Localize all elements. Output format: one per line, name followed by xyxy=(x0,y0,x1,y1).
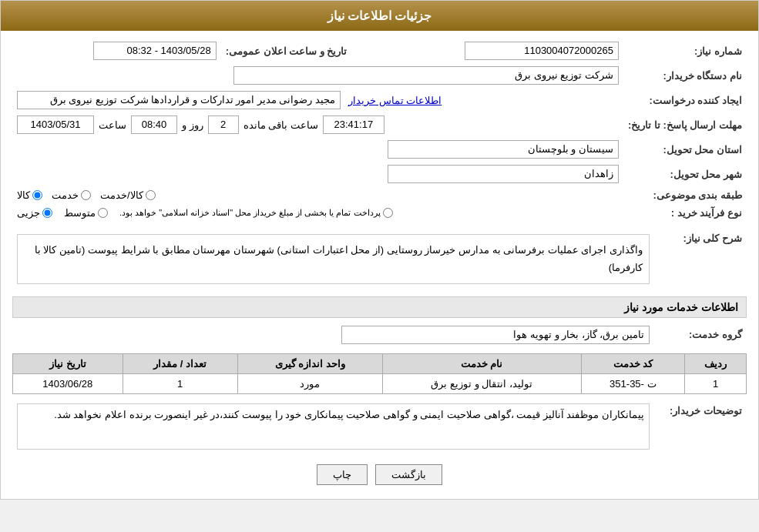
category-kala[interactable]: کالا xyxy=(17,189,42,201)
header-title: جزئیات اطلاعات نیاز xyxy=(327,9,432,22)
province-field[interactable]: سیستان و بلوچستان xyxy=(388,140,619,159)
services-table: ردیف کد خدمت نام خدمت واحد اندازه گیری ت… xyxy=(12,353,747,394)
page-content: شماره نیاز: 1103004072000265 تاریخ و ساع… xyxy=(1,31,758,499)
purchase-jozii[interactable]: جزیی xyxy=(17,207,52,219)
province-row: استان محل تحویل: سیستان و بلوچستان xyxy=(12,137,747,162)
response-deadline-label: مهلت ارسال پاسخ: تا تاریخ: xyxy=(623,112,747,137)
buyer-notes-row: توضیحات خریدار: xyxy=(12,400,747,455)
creator-contact-link[interactable]: اطلاعات تماس خریدار xyxy=(348,95,442,106)
need-number-label: شماره نیاز: xyxy=(623,38,747,63)
service-group-row: گروه خدمت: تامین برق، گاز، بخار و تهویه … xyxy=(12,323,747,347)
buyer-notes-table: توضیحات خریدار: xyxy=(12,400,747,455)
general-desc-row: شرح کلی نیاز: واگذاری اجرای عملیات برفرس… xyxy=(12,228,747,290)
purchase-type-label: نوع فرآیند خرید : xyxy=(623,204,747,222)
announce-datetime-label: تاریخ و ساعت اعلان عمومی: xyxy=(221,38,352,63)
description-table: شرح کلی نیاز: واگذاری اجرای عملیات برفرس… xyxy=(12,228,747,290)
service-group-value: تامین برق، گاز، بخار و تهویه هوا xyxy=(12,323,654,347)
need-number-field[interactable]: 1103004072000265 xyxy=(465,42,619,60)
table-header-row: ردیف کد خدمت نام خدمت واحد اندازه گیری ت… xyxy=(13,353,747,373)
main-info-table: شماره نیاز: 1103004072000265 تاریخ و ساع… xyxy=(12,38,747,222)
category-options: کالا/خدمت خدمت کالا xyxy=(12,186,623,204)
buyer-notes-label: توضیحات خریدار: xyxy=(654,400,747,455)
province-label: استان محل تحویل: xyxy=(623,137,747,162)
city-value: زاهدان xyxy=(12,162,623,186)
page-header: جزئیات اطلاعات نیاز xyxy=(1,1,758,31)
general-desc-label: شرح کلی نیاز: xyxy=(654,228,747,290)
response-days-field[interactable]: 2 xyxy=(208,115,239,134)
buyer-notes-value xyxy=(12,400,654,455)
category-radio-group: کالا/خدمت خدمت کالا xyxy=(17,189,619,201)
purchase-type-options: پرداخت تمام یا بخشی از مبلغ خریداز محل "… xyxy=(12,204,623,222)
response-time-label: ساعت xyxy=(99,119,126,131)
category-kala-khidmat[interactable]: کالا/خدمت xyxy=(100,189,156,201)
response-days-label: روز و xyxy=(182,119,203,131)
radio-kala[interactable] xyxy=(32,190,42,200)
col-quantity: تعداد / مقدار xyxy=(123,353,237,373)
cell-quantity: 1 xyxy=(123,373,237,393)
cell-name: تولید، انتقال و توزیع برق xyxy=(382,373,581,393)
city-label: شهر محل تحویل: xyxy=(623,162,747,186)
col-row-num: ردیف xyxy=(685,353,747,373)
col-need-date: تاریخ نیاز xyxy=(13,353,123,373)
category-label: طبقه بندی موضوعی: xyxy=(623,186,747,204)
table-row: 1ت -35-351تولید، انتقال و توزیع برقمورد1… xyxy=(13,373,747,393)
purchase-type-row: نوع فرآیند خرید : پرداخت تمام یا بخشی از… xyxy=(12,204,747,222)
buyer-org-row: نام دستگاه خریدار: شرکت توزیع نیروی برق xyxy=(12,63,747,88)
remaining-label: ساعت باقی مانده xyxy=(243,119,318,131)
city-field[interactable]: زاهدان xyxy=(388,165,619,183)
radio-jozii[interactable] xyxy=(42,208,52,218)
buyer-notes-field[interactable] xyxy=(17,403,650,450)
radio-kala-khidmat[interactable] xyxy=(146,190,156,200)
print-button[interactable]: چاپ xyxy=(317,464,368,485)
button-row: بازگشت چاپ xyxy=(12,464,747,485)
need-number-row: شماره نیاز: 1103004072000265 تاریخ و ساع… xyxy=(12,38,747,63)
cell-date: 1403/06/28 xyxy=(13,373,123,393)
cell-unit: مورد xyxy=(237,373,382,393)
creator-row: ایجاد کننده درخواست: اطلاعات تماس خریدار… xyxy=(12,88,747,112)
category-row: طبقه بندی موضوعی: کالا/خدمت خدمت xyxy=(12,186,747,204)
creator-label: ایجاد کننده درخواست: xyxy=(623,88,747,112)
announce-datetime-value: 1403/05/28 - 08:32 xyxy=(12,38,221,63)
announce-datetime-field[interactable]: 1403/05/28 - 08:32 xyxy=(93,42,217,60)
response-deadline-row: مهلت ارسال پاسخ: تا تاریخ: 23:41:17 ساعت… xyxy=(12,112,747,137)
col-service-code: کد خدمت xyxy=(581,353,685,373)
radio-motavaset[interactable] xyxy=(98,208,108,218)
city-row: شهر محل تحویل: زاهدان xyxy=(12,162,747,186)
buyer-org-field[interactable]: شرکت توزیع نیروی برق xyxy=(233,66,619,85)
service-group-field[interactable]: تامین برق، گاز، بخار و تهویه هوا xyxy=(341,326,650,344)
page-container: جزئیات اطلاعات نیاز شماره نیاز: 11030040… xyxy=(0,0,759,500)
remaining-time-field[interactable]: 23:41:17 xyxy=(323,115,385,134)
col-service-name: نام خدمت xyxy=(382,353,581,373)
need-number-value: 1103004072000265 xyxy=(366,38,623,63)
purchase-radio-group: پرداخت تمام یا بخشی از مبلغ خریداز محل "… xyxy=(17,207,619,219)
cell-row: 1 xyxy=(685,373,747,393)
province-value: سیستان و بلوچستان xyxy=(12,137,623,162)
general-desc-value: واگذاری اجرای عملیات برفرسانی به مدارس خ… xyxy=(12,228,654,290)
creator-field[interactable]: مجید رضوانی مدیر امور تدارکات و قرارداده… xyxy=(17,91,341,109)
response-date-field[interactable]: 1403/05/31 xyxy=(17,115,94,134)
radio-khidmat[interactable] xyxy=(81,190,91,200)
radio-esnad[interactable] xyxy=(383,208,393,218)
purchase-esnad[interactable]: پرداخت تمام یا بخشی از مبلغ خریداز محل "… xyxy=(119,208,393,218)
col-unit: واحد اندازه گیری xyxy=(237,353,382,373)
service-group-label: گروه خدمت: xyxy=(654,323,747,347)
buyer-org-label: نام دستگاه خریدار: xyxy=(623,63,747,88)
back-button[interactable]: بازگشت xyxy=(375,464,442,485)
creator-value: اطلاعات تماس خریدار مجید رضوانی مدیر امو… xyxy=(12,88,623,112)
services-section-title: اطلاعات خدمات مورد نیاز xyxy=(12,296,747,318)
service-group-table: گروه خدمت: تامین برق، گاز، بخار و تهویه … xyxy=(12,323,747,347)
purchase-motavaset[interactable]: متوسط xyxy=(64,207,108,219)
response-deadline-value: 23:41:17 ساعت باقی مانده 2 روز و 08:40 س… xyxy=(12,112,623,137)
buyer-org-value: شرکت توزیع نیروی برق xyxy=(12,63,623,88)
response-time-field[interactable]: 08:40 xyxy=(131,115,177,134)
general-desc-field[interactable]: واگذاری اجرای عملیات برفرسانی به مدارس خ… xyxy=(17,234,650,284)
category-khidmat[interactable]: خدمت xyxy=(52,189,91,201)
cell-code: ت -35-351 xyxy=(581,373,685,393)
